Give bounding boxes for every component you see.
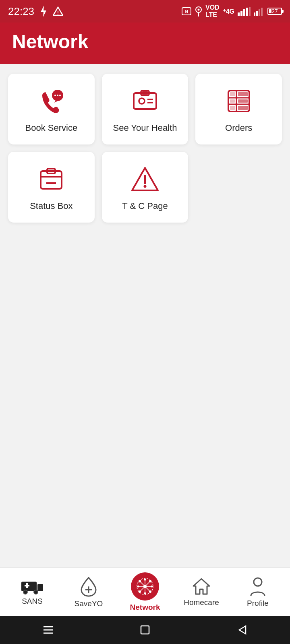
- svg-rect-36: [230, 106, 235, 110]
- svg-rect-8: [238, 12, 240, 16]
- menu-grid-row2: Status Box T & C Page: [8, 152, 282, 223]
- 4g-indicator: ⁺4G: [223, 8, 234, 15]
- svg-rect-15: [259, 9, 260, 16]
- book-service-card[interactable]: Book Service: [8, 74, 95, 144]
- svg-rect-34: [230, 99, 235, 103]
- tc-page-card[interactable]: T & C Page: [102, 152, 188, 223]
- nav-sans-label: SANS: [22, 597, 43, 606]
- android-menu-button[interactable]: [36, 618, 60, 642]
- svg-point-25: [139, 98, 145, 104]
- tc-warning-icon: [130, 165, 160, 194]
- ambulance-icon: [21, 578, 43, 594]
- svg-point-49: [23, 590, 27, 594]
- svg-marker-21: [54, 100, 59, 103]
- main-content: Book Service See Your Health: [0, 64, 290, 568]
- signal2-icon: [254, 7, 264, 16]
- nav-saveyo[interactable]: SaveYO: [60, 576, 117, 608]
- tc-page-label: T & C Page: [122, 201, 168, 211]
- svg-point-6: [197, 9, 199, 11]
- book-service-label: Book Service: [25, 123, 78, 133]
- page-header: Network: [0, 23, 290, 64]
- svg-rect-16: [261, 8, 263, 16]
- menu-grid-row1: Book Service See Your Health: [8, 74, 282, 144]
- svg-line-62: [140, 581, 145, 586]
- nav-sans[interactable]: SANS: [4, 578, 60, 606]
- network-icon: [136, 577, 154, 596]
- nav-saveyo-label: SaveYO: [75, 599, 103, 608]
- see-health-card[interactable]: See Your Health: [102, 74, 188, 144]
- drop-icon: [80, 576, 97, 597]
- page-title: Network: [12, 31, 278, 53]
- svg-rect-9: [240, 11, 242, 16]
- person-icon: [250, 576, 265, 597]
- svg-point-20: [59, 95, 61, 96]
- android-back-button[interactable]: [230, 618, 254, 642]
- nav-homecare[interactable]: Homecare: [173, 577, 230, 607]
- svg-rect-33: [238, 92, 248, 96]
- bottom-navigation: SANS SaveYO: [0, 568, 290, 616]
- location-icon: [195, 6, 202, 17]
- svg-point-72: [254, 578, 262, 586]
- battery-level: 27: [271, 8, 278, 14]
- orders-label: Orders: [225, 123, 252, 133]
- svg-text:!: !: [57, 10, 59, 16]
- warning-status-icon: !: [53, 6, 63, 16]
- svg-rect-24: [142, 91, 148, 95]
- nfc-icon: N: [181, 7, 192, 16]
- list-icon: [224, 87, 253, 116]
- signal-icon: [238, 7, 251, 16]
- svg-rect-11: [246, 8, 248, 16]
- svg-line-64: [140, 586, 145, 592]
- phone-chat-icon: [37, 87, 66, 116]
- svg-rect-14: [256, 11, 258, 16]
- status-time: 22:23: [8, 5, 34, 18]
- empty-card: [195, 152, 282, 223]
- svg-text:N: N: [185, 10, 188, 14]
- status-box-card[interactable]: Status Box: [8, 152, 95, 223]
- home-icon: [193, 577, 210, 596]
- svg-point-18: [54, 95, 56, 96]
- svg-rect-12: [249, 7, 251, 16]
- status-box-label: Status Box: [30, 201, 72, 211]
- orders-card[interactable]: Orders: [195, 74, 282, 144]
- nav-network-label: Network: [130, 603, 160, 612]
- nav-profile-label: Profile: [247, 599, 269, 608]
- svg-rect-35: [238, 99, 248, 103]
- svg-point-44: [143, 185, 146, 188]
- svg-rect-10: [243, 9, 245, 16]
- svg-marker-71: [193, 579, 209, 594]
- svg-line-63: [145, 581, 150, 586]
- battery-icon: 27: [267, 8, 282, 15]
- svg-marker-77: [239, 626, 246, 634]
- svg-rect-76: [141, 626, 149, 634]
- svg-rect-37: [238, 106, 248, 110]
- svg-rect-46: [37, 584, 43, 591]
- id-card-icon: [130, 87, 160, 116]
- box-icon: [37, 165, 66, 194]
- svg-line-65: [145, 586, 150, 592]
- svg-point-19: [57, 95, 58, 96]
- nav-network-circle: [131, 572, 159, 601]
- see-health-label: See Your Health: [113, 123, 177, 133]
- nav-profile[interactable]: Profile: [230, 576, 286, 608]
- status-bar: 22:23 ! N VODLTE ⁺4G 2: [0, 0, 290, 23]
- volte-indicator: VODLTE: [205, 4, 220, 19]
- svg-point-50: [34, 590, 38, 594]
- nav-network[interactable]: Network: [117, 572, 173, 612]
- svg-rect-32: [230, 92, 235, 96]
- lightning-icon: [40, 6, 47, 17]
- android-nav-bar: [0, 616, 290, 644]
- android-home-button[interactable]: [133, 618, 157, 642]
- nav-homecare-label: Homecare: [184, 598, 219, 607]
- svg-marker-0: [41, 6, 46, 17]
- svg-rect-13: [254, 12, 255, 16]
- svg-rect-48: [25, 585, 29, 586]
